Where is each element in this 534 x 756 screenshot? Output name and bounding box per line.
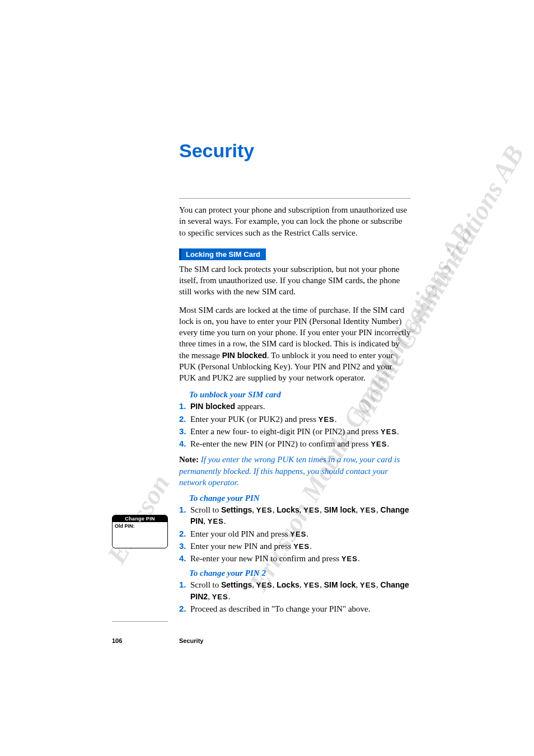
list-item: 1. PIN blocked appears. <box>179 401 411 412</box>
list-item: 2. Proceed as described in "To change yo… <box>179 603 411 614</box>
note-paragraph: Note: If you enter the wrong PUK ten tim… <box>179 454 411 488</box>
list-number: 3. <box>179 426 190 437</box>
footer-divider <box>112 621 168 622</box>
list-item: 3. Enter a new four- to eight-digit PIN … <box>179 426 411 437</box>
list-number: 4. <box>179 553 190 564</box>
phone-screen-illustration: Change PIN Old PIN: <box>112 515 168 548</box>
yes-key: YES <box>371 440 387 448</box>
divider <box>179 198 411 199</box>
list-number: 2. <box>179 528 190 539</box>
page-footer: 106 Security <box>112 621 411 644</box>
yes-key: YES <box>318 415 335 424</box>
phone-screen-title: Change PIN <box>113 515 167 522</box>
list-number: 3. <box>179 541 190 552</box>
yes-key: YES <box>381 428 397 436</box>
list-number: 1. <box>179 401 190 412</box>
footer-section-title: Security <box>179 637 203 644</box>
sub-heading-change-pin2: To change your PIN 2 <box>189 569 411 578</box>
body-paragraph: Most SIM cards are locked at the time of… <box>179 304 411 384</box>
list-number: 2. <box>179 603 190 614</box>
body-paragraph: The SIM card lock protects your subscrip… <box>179 264 411 298</box>
intro-paragraph: You can protect your phone and subscript… <box>179 204 411 238</box>
list-number: 2. <box>179 414 190 425</box>
chapter-title: Security <box>179 140 411 162</box>
list-item: 3. Enter your new PIN and press YES. <box>179 541 411 552</box>
note-label: Note: <box>179 455 199 464</box>
sub-heading-change-pin: To change your PIN <box>189 494 411 503</box>
list-item: 1. Scroll to Settings, YES, Locks, YES, … <box>179 504 411 527</box>
sub-heading-unblock-sim: To unblock your SIM card <box>189 390 411 400</box>
list-item: 2. Enter your PUK (or PUK2) and press YE… <box>179 414 411 425</box>
list-item: 2. Enter your old PIN and press YES. <box>179 528 411 539</box>
page-number: 106 <box>112 637 179 644</box>
list-item: 4. Re-enter your new PIN to confirm and … <box>179 553 411 564</box>
list-item: 1. Scroll to Settings, YES, Locks, YES, … <box>179 579 411 602</box>
list-item: 4. Re-enter the new PIN (or PIN2) to con… <box>179 438 411 449</box>
inline-bold: PIN blocked <box>222 351 267 360</box>
section-heading-locking-sim: Locking the SIM Card <box>179 248 266 260</box>
list-number: 4. <box>179 438 190 449</box>
list-number: 1. <box>179 504 190 527</box>
phone-screen-body: Old PIN: <box>113 522 167 530</box>
list-number: 1. <box>179 579 190 602</box>
